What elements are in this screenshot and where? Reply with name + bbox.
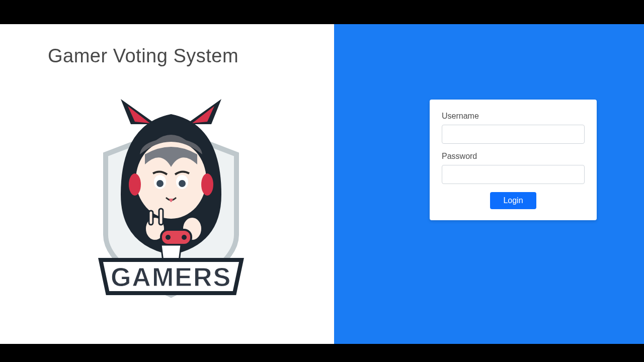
- username-label: Username: [442, 112, 585, 121]
- svg-point-4: [179, 180, 186, 187]
- username-group: Username: [442, 112, 585, 144]
- svg-point-3: [156, 180, 164, 187]
- svg-rect-9: [149, 211, 153, 225]
- password-label: Password: [442, 152, 585, 161]
- page-title: Gamer Voting System: [48, 45, 334, 67]
- gamers-logo-icon: GAMERS: [86, 94, 257, 305]
- svg-point-5: [129, 173, 141, 196]
- letterbox-bottom: [0, 344, 644, 362]
- password-input[interactable]: [442, 165, 585, 184]
- left-panel: Gamer Voting System: [0, 24, 334, 344]
- letterbox-top: [0, 0, 644, 24]
- svg-point-12: [166, 235, 171, 240]
- svg-rect-10: [159, 209, 163, 225]
- svg-point-6: [201, 173, 213, 196]
- gamers-logo: GAMERS: [86, 94, 257, 305]
- main-content: Gamer Voting System: [0, 24, 644, 344]
- right-panel: Username Password Login: [334, 24, 644, 344]
- svg-point-13: [182, 235, 187, 240]
- login-button[interactable]: Login: [490, 192, 536, 209]
- password-group: Password: [442, 152, 585, 184]
- logo-banner-text: GAMERS: [111, 262, 231, 292]
- login-card: Username Password Login: [430, 100, 597, 220]
- login-button-row: Login: [442, 192, 585, 209]
- username-input[interactable]: [442, 125, 585, 144]
